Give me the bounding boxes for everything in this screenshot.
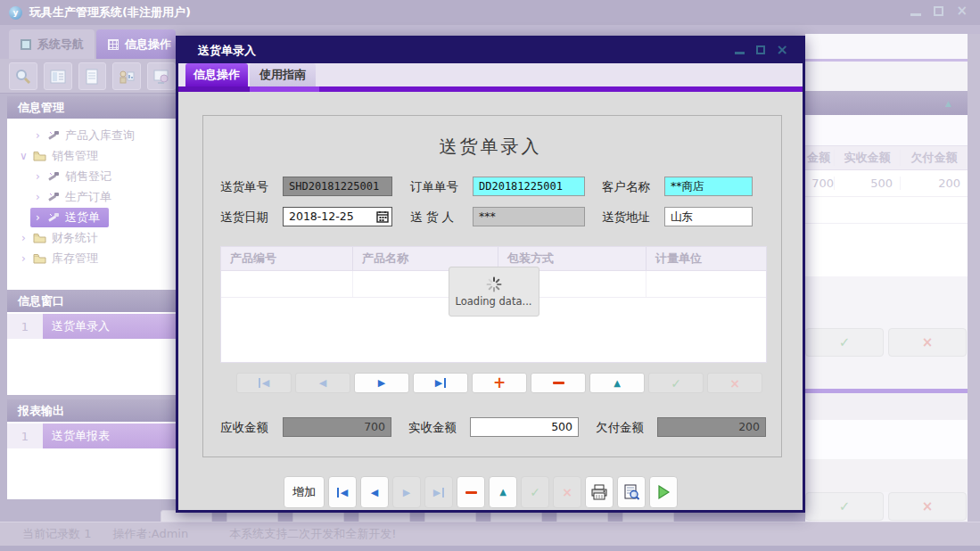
row-cancel-button[interactable]: × [707,373,762,393]
tree-item-inventory-mgmt[interactable]: › 库存管理 [7,248,176,268]
monitor-icon[interactable] [147,62,176,90]
bottom-strip [0,546,980,551]
tool-icon [47,170,60,182]
minimize-icon[interactable] [910,13,921,16]
dialog-title: 送货单录入 [198,43,256,59]
collapse-up-icon[interactable]: ▲ [945,99,951,108]
delivery-date-field[interactable]: 2018-12-25 [283,207,392,226]
deliverer-label: 送 货 人 [410,207,454,226]
column-header: 欠付金额 [900,150,968,166]
run-button[interactable] [649,476,678,508]
record-last-button[interactable]: ▶ [424,476,453,508]
cell-amount: 700 [805,177,834,190]
tree-item-product-inbound-query[interactable]: › 产品入库查询 [7,125,176,145]
confirm-button[interactable]: ✓ [805,328,884,357]
sidebar-section-report-output[interactable]: 报表输出 [7,399,176,422]
row-confirm-button[interactable]: ✓ [648,373,704,393]
sidebar-section-info-windows[interactable]: 信息窗口 [7,290,176,312]
chevron-right-icon: › [34,211,42,224]
maximize-icon[interactable] [756,45,765,54]
dialog-titlebar: 送货单录入 × [178,38,803,63]
tree-item-sales-register[interactable]: › 销售登记 [7,166,176,186]
customer-name-field[interactable]: **商店 [664,177,753,196]
receivable-field: 700 [283,417,391,437]
column-header: 计量单位 [646,247,766,270]
cell-amount: 200 [900,177,968,190]
row-edit-button[interactable]: ▲ [589,373,645,393]
customer-name-label: 客户名称 [602,177,650,196]
close-icon[interactable]: × [777,45,788,54]
print-button[interactable] [585,476,614,508]
form-icon[interactable] [44,62,72,90]
tab-label: 信息操作 [194,67,240,83]
tree-item-label: 生产订单 [65,189,111,205]
list-item-label: 送货单报表 [43,424,176,448]
cancel-icon: × [562,486,572,498]
app-logo-icon: y [9,6,22,20]
confirm-icon: ✓ [839,498,851,514]
tree-item-delivery-note[interactable]: › 送货单 [7,207,176,227]
nav-prev-icon: ◀ [319,378,326,388]
tab-label: 信息操作 [125,37,171,53]
nav-first-icon: ◀ [262,378,269,388]
edit-icon: ▲ [614,379,621,388]
nav-first-button[interactable]: ◀ [236,373,292,393]
record-prev-button[interactable]: ◀ [360,476,389,508]
nav-next-button[interactable]: ▶ [354,373,409,393]
user-chart-icon[interactable] [112,62,141,90]
deliverer-field: *** [473,207,585,226]
confirm-icon: ✓ [671,377,681,390]
sidebar: 信息管理 › 产品入库查询 ∨ 销售管理 › 销售登记 › 生产订单 [7,96,176,499]
delivery-date-label: 送货日期 [220,207,268,226]
cancel-button[interactable]: × [888,492,967,521]
row-remove-button[interactable] [531,373,586,393]
record-next-button[interactable]: ▶ [392,476,421,508]
nav-next-icon: ▶ [378,378,385,388]
list-item-label: 送货单录入 [43,314,176,339]
tree-item-finance-stats[interactable]: › 财务统计 [7,227,176,248]
main-titlebar: y 玩具生产管理系统(非注册用户) × [0,0,980,25]
record-edit-button[interactable]: ▲ [489,476,517,508]
tree-item-production-order[interactable]: › 生产订单 [7,186,176,207]
tree-item-sales-mgmt[interactable]: ∨ 销售管理 [7,145,176,166]
received-field[interactable]: 500 [470,417,579,437]
statusbar: 当前记录数 1 操作者:Admin 本系统支持二次开发和全新开发! [0,522,980,546]
tab-system-nav[interactable]: 系统导航 [9,29,95,59]
sidebar-section-info-mgmt[interactable]: 信息管理 [7,96,176,119]
record-confirm-button[interactable]: ✓ [521,476,549,508]
delivery-no-field: SHD20181225001 [283,177,392,196]
minimize-icon[interactable] [735,52,745,54]
row-add-button[interactable]: + [472,373,527,393]
order-no-field[interactable]: DD20181225001 [473,177,585,196]
order-no-label: 订单单号 [410,177,458,196]
tab-info-operation[interactable]: 信息操作 [96,29,176,59]
edit-icon: ▲ [499,488,506,497]
report-list-item-delivery-report[interactable]: 1 送货单报表 [7,424,176,448]
column-header: 产品编号 [221,247,353,270]
main-toolbar [0,59,176,94]
print-preview-button[interactable] [617,476,646,508]
dialog-content: 送货单录入 送货单号 SHD20181225001 订单单号 DD2018122… [178,92,803,510]
window-list-item-delivery-entry[interactable]: 1 送货单录入 [7,314,176,339]
delivery-entry-dialog: 送货单录入 × 信息操作 使用指南 送货单录入 送货单号 SHD20181225… [176,36,805,513]
folder-icon [33,253,46,264]
form-heading: 送货单录入 [178,135,803,159]
tab-user-guide[interactable]: 使用指南 [250,63,316,86]
confirm-button[interactable]: ✓ [805,492,884,521]
document-icon[interactable] [78,62,107,90]
nav-prev-button[interactable]: ◀ [295,373,350,393]
add-record-button[interactable]: 增加 [284,476,325,508]
sidebar-tree: › 产品入库查询 ∨ 销售管理 › 销售登记 › 生产订单 › [7,119,176,290]
close-icon[interactable]: × [956,6,968,16]
maximize-icon[interactable] [934,6,943,16]
nav-last-button[interactable]: ▶ [413,373,468,393]
delivery-address-field[interactable]: 山东 [664,207,753,226]
record-first-button[interactable]: ◀ [328,476,357,508]
tab-info-operation[interactable]: 信息操作 [185,63,248,86]
cancel-button[interactable]: × [888,328,967,357]
app-title: 玩具生产管理系统(非注册用户) [29,4,191,21]
search-icon[interactable] [9,62,37,90]
calendar-icon[interactable] [376,210,389,223]
record-delete-button[interactable] [457,476,485,508]
record-cancel-button[interactable]: × [553,476,581,508]
